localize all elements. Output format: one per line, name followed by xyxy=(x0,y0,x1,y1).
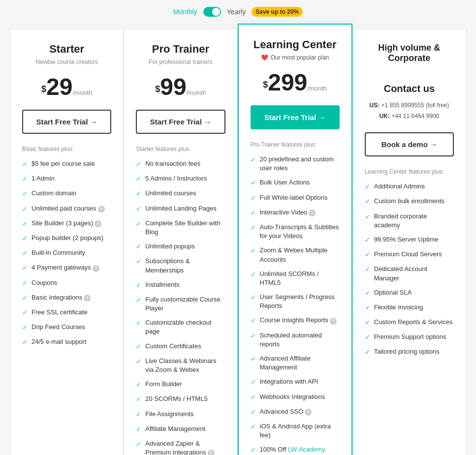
check-icon: ✓ xyxy=(136,425,141,434)
check-icon: ✓ xyxy=(22,279,28,288)
feature-item: ✓ Bulk User Actions xyxy=(251,178,340,187)
check-icon: ✓ xyxy=(251,293,256,302)
feature-text: Complete Site Builder with Blog xyxy=(145,219,225,237)
feature-item: ✓ 20 predefined and custom user roles xyxy=(251,155,340,173)
cta-button[interactable]: Book a demo → xyxy=(365,132,454,156)
info-icon[interactable]: ? xyxy=(309,210,316,216)
monthly-label[interactable]: Monthly xyxy=(173,8,197,16)
contact-us-label: Contact us xyxy=(365,83,454,94)
check-icon: ✓ xyxy=(365,236,370,244)
feature-text: Custom Certificates xyxy=(145,342,201,351)
info-icon[interactable]: ? xyxy=(95,220,101,227)
feature-text: Scheduled automated reports xyxy=(260,331,340,349)
save-badge: Save up to 20% xyxy=(252,7,303,17)
feature-item: ✓ Form Builder xyxy=(136,380,225,389)
feature-item: ✓ Built-in Community xyxy=(22,248,111,258)
feature-item: ✓ Premium Support options xyxy=(365,333,454,342)
feature-item: ✓ Unlimited SCORMs / HTML5 xyxy=(251,270,340,287)
feature-item: ✓ Advanced Affiliate Management xyxy=(251,354,340,372)
feature-text: 20 predefined and custom user roles xyxy=(260,155,340,173)
info-icon[interactable]: ? xyxy=(93,265,99,272)
feature-item: ✓ Subscriptions & Memberships xyxy=(136,257,225,274)
heart-icon: ❤️ xyxy=(261,54,268,61)
feature-item: ✓ Fully customizable Course Player xyxy=(136,295,225,313)
feature-text: Unlimited courses xyxy=(145,189,196,198)
price-container: Contact us US: +1 855 8999555 (toll free… xyxy=(365,83,454,121)
feature-text: Fully customizable Course Player xyxy=(145,295,225,313)
check-icon: ✓ xyxy=(22,175,28,183)
feature-text: Integrations with API xyxy=(260,377,318,386)
cta-button[interactable]: Start Free Trial → xyxy=(251,105,340,129)
price-container: $99/month xyxy=(136,75,225,99)
check-icon: ✓ xyxy=(136,189,141,198)
feature-text: Unlimited SCORMs / HTML5 xyxy=(260,270,340,287)
feature-text: Branded corporate academy xyxy=(374,212,454,230)
check-icon: ✓ xyxy=(251,223,256,232)
lw-academy-link[interactable]: LW Academy xyxy=(288,446,325,453)
feature-item: ✓ Complete Site Builder with Blog xyxy=(136,219,225,237)
check-icon: ✓ xyxy=(136,296,141,304)
check-icon: ✓ xyxy=(251,378,256,387)
feature-text: Built-in Community xyxy=(32,248,85,257)
feature-item: ✓ Scheduled automated reports xyxy=(251,331,340,349)
feature-text: Tailored pricing options xyxy=(374,347,440,356)
feature-item: ✓ Zoom & Webex Multiple Accounts xyxy=(251,246,340,264)
feature-item: ✓ 24/5 e-mail support xyxy=(22,337,111,347)
check-icon: ✓ xyxy=(251,246,256,255)
check-icon: ✓ xyxy=(365,250,370,259)
info-icon[interactable]: ? xyxy=(98,206,105,212)
price-amount: 299 xyxy=(268,69,307,95)
info-icon[interactable]: ? xyxy=(305,409,312,416)
price-period: /month xyxy=(307,85,327,92)
feature-text: Affiliate Management xyxy=(145,425,205,433)
info-icon[interactable]: ? xyxy=(208,450,215,455)
feature-text: Interactive Video? xyxy=(260,208,316,217)
feature-text: 5 Admins / Instructors xyxy=(145,174,207,183)
feature-text: Dedicated Account Manager xyxy=(374,265,454,282)
check-icon: ✓ xyxy=(251,408,256,417)
check-icon: ✓ xyxy=(136,175,141,183)
feature-text: Advanced SSO? xyxy=(260,407,312,416)
check-icon: ✓ xyxy=(251,209,256,217)
feature-text: 99.95% Server Uptime xyxy=(374,235,439,244)
feature-text: Drip Feed Courses xyxy=(32,323,85,332)
cta-button[interactable]: Start Free Trial → xyxy=(22,110,111,134)
check-icon: ✓ xyxy=(251,155,256,164)
check-icon: ✓ xyxy=(136,342,141,351)
feature-text: No transaction fees xyxy=(145,159,200,168)
feature-text: Advanced Zapier & Premium Integrations? xyxy=(145,439,225,455)
check-icon: ✓ xyxy=(365,265,370,274)
check-icon: ✓ xyxy=(22,338,28,347)
yearly-label[interactable]: Yearly xyxy=(227,8,246,16)
check-icon: ✓ xyxy=(251,270,256,279)
check-icon: ✓ xyxy=(136,395,141,404)
feature-text: Unlimited popups xyxy=(145,242,194,251)
check-icon: ✓ xyxy=(365,318,370,327)
info-icon[interactable]: ? xyxy=(330,318,337,325)
features-heading: Basic features plus: xyxy=(22,146,111,152)
info-icon[interactable]: ? xyxy=(84,295,91,302)
feature-text: File Assignments xyxy=(145,410,193,419)
plan-subtitle: Newbie course creators xyxy=(22,59,111,65)
cta-button[interactable]: Start Free Trial → xyxy=(136,110,225,134)
feature-item: ✓ Unlimited popups xyxy=(136,242,225,251)
check-icon: ✓ xyxy=(136,205,141,213)
popular-badge: ❤️Our most popular plan xyxy=(251,54,340,61)
check-icon: ✓ xyxy=(365,182,370,191)
feature-item: ✓ Unlimited courses xyxy=(136,189,225,198)
feature-item: ✓ Interactive Video? xyxy=(251,208,340,217)
feature-text: 100% Off LW Academy xyxy=(260,445,325,454)
feature-item: ✓ Drip Feed Courses xyxy=(22,323,111,332)
feature-text: Site Builder (3 pages)? xyxy=(32,219,101,228)
check-icon: ✓ xyxy=(136,257,141,266)
check-icon: ✓ xyxy=(22,219,28,228)
feature-text: Coupons xyxy=(32,278,57,287)
feature-item: ✓ Installments xyxy=(136,280,225,290)
feature-text: Live Classes & Webinars via Zoom & Webex xyxy=(145,357,225,374)
feature-item: ✓ No transaction fees xyxy=(136,159,225,169)
feature-item: ✓ 4 Payment gateways? xyxy=(22,263,111,273)
check-icon: ✓ xyxy=(251,194,256,203)
billing-toggle[interactable] xyxy=(203,7,221,17)
feature-item: ✓ Custom Certificates xyxy=(136,342,225,351)
feature-text: 4 Payment gateways? xyxy=(32,263,99,272)
